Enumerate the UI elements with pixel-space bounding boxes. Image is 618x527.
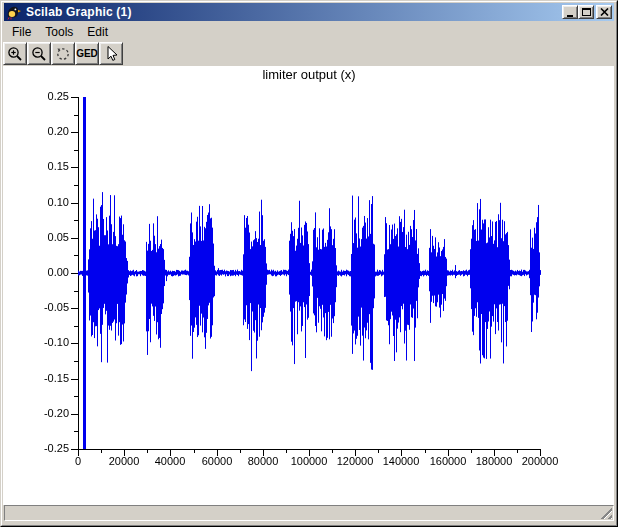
zoom-out-button[interactable]	[27, 42, 51, 65]
y-tick-label: 0.00	[3, 266, 69, 279]
minimize-icon	[567, 15, 573, 17]
zoom-in-button[interactable]	[3, 42, 27, 65]
pointer-icon	[102, 45, 120, 63]
close-icon	[600, 8, 609, 16]
menu-file[interactable]: File	[4, 23, 38, 41]
y-tick-label: -0.10	[3, 336, 69, 349]
ged-label: GED	[76, 48, 98, 59]
chart-title: limiter output (x)	[78, 67, 540, 82]
y-tick-label: -0.25	[3, 442, 69, 455]
zoom-in-icon	[6, 45, 24, 63]
zoom-out-icon	[30, 45, 48, 63]
ged-button[interactable]: GED	[75, 42, 99, 65]
toolbar: GED	[3, 42, 123, 66]
rotate-button[interactable]	[51, 42, 75, 65]
x-tick-label: 200000	[510, 455, 570, 468]
close-button[interactable]	[596, 5, 612, 19]
y-tick-label: 0.20	[3, 125, 69, 138]
rotate-icon	[54, 45, 72, 63]
y-tick-label: -0.20	[3, 407, 69, 420]
resize-grip[interactable]	[599, 506, 612, 519]
y-tick-label: 0.25	[3, 90, 69, 103]
menu-edit[interactable]: Edit	[80, 23, 115, 41]
menu-tools[interactable]: Tools	[38, 23, 80, 41]
maximize-button[interactable]	[578, 5, 594, 19]
minimize-button[interactable]	[562, 5, 578, 19]
y-tick-label: -0.05	[3, 301, 69, 314]
pointer-button[interactable]	[99, 42, 123, 65]
titlebar[interactable]: Scilab Graphic (1)	[4, 3, 614, 21]
waveform-canvas[interactable]	[3, 66, 614, 505]
plot-area: limiter output (x) 0.250.200.150.100.050…	[3, 66, 614, 505]
scilab-graphic-window: Scilab Graphic (1) File Tools Edit	[0, 0, 618, 527]
maximize-icon	[582, 8, 591, 16]
status-bar	[4, 505, 614, 521]
y-tick-label: -0.15	[3, 372, 69, 385]
y-tick-label: 0.05	[3, 231, 69, 244]
menubar: File Tools Edit	[4, 22, 614, 41]
window-title: Scilab Graphic (1)	[26, 5, 562, 19]
scilab-bird-icon	[6, 4, 22, 20]
y-tick-label: 0.10	[3, 196, 69, 209]
y-tick-label: 0.15	[3, 160, 69, 173]
window-frame: Scilab Graphic (1) File Tools Edit	[1, 1, 617, 526]
